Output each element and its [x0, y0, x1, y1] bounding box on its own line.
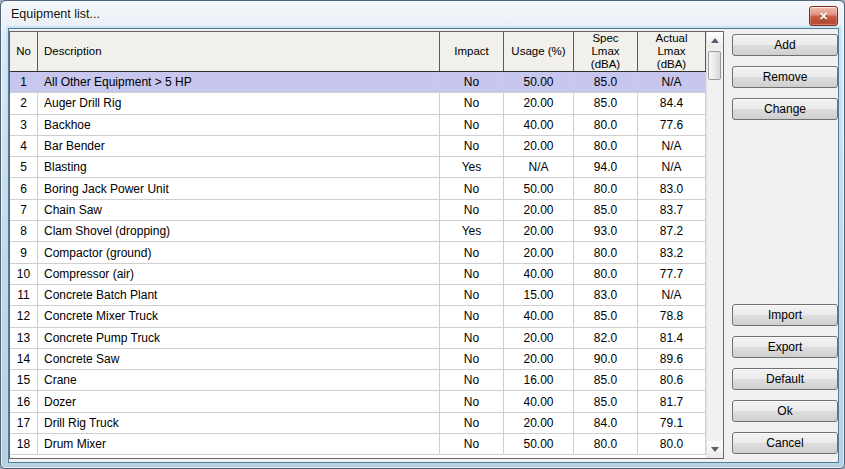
default-button[interactable]: Default — [732, 368, 838, 390]
ok-button[interactable]: Ok — [732, 400, 838, 422]
scrollbar-thumb[interactable] — [708, 51, 721, 80]
add-button[interactable]: Add — [732, 34, 838, 56]
table-row[interactable]: 7Chain SawNo20.0085.083.7 — [10, 200, 706, 221]
cell-spec_lmax: 85.0 — [574, 391, 638, 412]
cell-spec_lmax: 84.0 — [574, 413, 638, 434]
cell-impact: No — [440, 136, 504, 157]
cell-actual_lmax: 79.1 — [638, 413, 706, 434]
cell-description: Concrete Mixer Truck — [38, 306, 440, 327]
table-row[interactable]: 18Drum MixerNo50.0080.080.0 — [10, 434, 706, 455]
table-row[interactable]: 17Drill Rig TruckNo20.0084.079.1 — [10, 413, 706, 434]
cell-usage: 50.00 — [504, 178, 574, 199]
cell-spec_lmax: 90.0 — [574, 349, 638, 370]
cell-spec_lmax: 80.0 — [574, 178, 638, 199]
table-row[interactable]: 11Concrete Batch PlantNo15.0083.0N/A — [10, 285, 706, 306]
cell-no: 3 — [10, 115, 38, 136]
cell-usage: 40.00 — [504, 264, 574, 285]
cell-usage: 40.00 — [504, 115, 574, 136]
cell-impact: No — [440, 349, 504, 370]
cell-impact: No — [440, 285, 504, 306]
scroll-down-button[interactable] — [707, 441, 723, 458]
table-row[interactable]: 4Bar BenderNo20.0080.0N/A — [10, 136, 706, 157]
cell-description: Concrete Pump Truck — [38, 328, 440, 349]
export-button[interactable]: Export — [732, 336, 838, 358]
cell-usage: 40.00 — [504, 306, 574, 327]
cell-impact: No — [440, 264, 504, 285]
table-row[interactable]: 12Concrete Mixer TruckNo40.0085.078.8 — [10, 306, 706, 327]
column-header-description: Description — [38, 32, 440, 71]
cell-usage: 15.00 — [504, 285, 574, 306]
cell-description: Drill Rig Truck — [38, 413, 440, 434]
cell-no: 5 — [10, 157, 38, 178]
remove-button[interactable]: Remove — [732, 66, 838, 88]
cell-spec_lmax: 85.0 — [574, 370, 638, 391]
cell-impact: No — [440, 242, 504, 263]
cancel-button[interactable]: Cancel — [732, 432, 838, 454]
table-row[interactable]: 3BackhoeNo40.0080.077.6 — [10, 115, 706, 136]
cell-no: 10 — [10, 264, 38, 285]
cell-no: 14 — [10, 349, 38, 370]
cell-no: 18 — [10, 434, 38, 455]
cell-spec_lmax: 80.0 — [574, 264, 638, 285]
cell-actual_lmax: N/A — [638, 285, 706, 306]
title-bar[interactable]: Equipment list... × — [1, 1, 844, 28]
cell-description: Crane — [38, 370, 440, 391]
table-row[interactable]: 6Boring Jack Power UnitNo50.0080.083.0 — [10, 178, 706, 199]
cell-usage: 50.00 — [504, 72, 574, 93]
cell-actual_lmax: 83.2 — [638, 242, 706, 263]
cell-description: Backhoe — [38, 115, 440, 136]
cell-usage: 40.00 — [504, 391, 574, 412]
cell-usage: 20.00 — [504, 242, 574, 263]
cell-no: 8 — [10, 221, 38, 242]
scroll-up-button[interactable] — [707, 32, 723, 49]
cell-spec_lmax: 93.0 — [574, 221, 638, 242]
table-columns: NoDescriptionImpactUsage (%)Spec Lmax (d… — [10, 32, 706, 458]
change-button[interactable]: Change — [732, 98, 838, 120]
cell-actual_lmax: 81.7 — [638, 391, 706, 412]
table-row[interactable]: 2Auger Drill RigNo20.0085.084.4 — [10, 93, 706, 114]
table-row[interactable]: 8Clam Shovel (dropping)Yes20.0093.087.2 — [10, 221, 706, 242]
close-icon: × — [819, 9, 827, 23]
cell-usage: 16.00 — [504, 370, 574, 391]
cell-spec_lmax: 80.0 — [574, 242, 638, 263]
column-header-impact: Impact — [440, 32, 504, 71]
scroll-up-icon — [711, 38, 719, 43]
import-button[interactable]: Import — [732, 304, 838, 326]
vertical-scrollbar[interactable] — [706, 32, 723, 458]
cell-no: 17 — [10, 413, 38, 434]
table-row[interactable]: 9Compactor (ground)No20.0080.083.2 — [10, 242, 706, 263]
cell-description: Compactor (ground) — [38, 242, 440, 263]
equipment-list-dialog: Equipment list... × NoDescriptionImpactU… — [0, 0, 845, 469]
cell-usage: 20.00 — [504, 221, 574, 242]
cell-description: All Other Equipment > 5 HP — [38, 72, 440, 93]
cell-spec_lmax: 85.0 — [574, 72, 638, 93]
table-row[interactable]: 5BlastingYesN/A94.0N/A — [10, 157, 706, 178]
cell-spec_lmax: 80.0 — [574, 434, 638, 455]
table-row[interactable]: 10Compressor (air)No40.0080.077.7 — [10, 264, 706, 285]
cell-no: 7 — [10, 200, 38, 221]
cell-actual_lmax: 77.6 — [638, 115, 706, 136]
table-row[interactable]: 14Concrete SawNo20.0090.089.6 — [10, 349, 706, 370]
cell-description: Chain Saw — [38, 200, 440, 221]
close-button[interactable]: × — [809, 6, 838, 26]
table-row[interactable]: 13Concrete Pump TruckNo20.0082.081.4 — [10, 328, 706, 349]
table-row[interactable]: 15CraneNo16.0085.080.6 — [10, 370, 706, 391]
cell-spec_lmax: 94.0 — [574, 157, 638, 178]
cell-impact: No — [440, 93, 504, 114]
cell-description: Blasting — [38, 157, 440, 178]
table-row[interactable]: 16DozerNo40.0085.081.7 — [10, 391, 706, 412]
cell-spec_lmax: 83.0 — [574, 285, 638, 306]
cell-actual_lmax: N/A — [638, 72, 706, 93]
cell-description: Clam Shovel (dropping) — [38, 221, 440, 242]
cell-impact: No — [440, 178, 504, 199]
table-header-row: NoDescriptionImpactUsage (%)Spec Lmax (d… — [10, 32, 706, 72]
cell-usage: 20.00 — [504, 328, 574, 349]
cell-spec_lmax: 85.0 — [574, 93, 638, 114]
table-row[interactable]: 1All Other Equipment > 5 HPNo50.0085.0N/… — [10, 72, 706, 93]
cell-no: 2 — [10, 93, 38, 114]
cell-spec_lmax: 80.0 — [574, 136, 638, 157]
cell-impact: No — [440, 370, 504, 391]
cell-spec_lmax: 80.0 — [574, 115, 638, 136]
cell-usage: 20.00 — [504, 413, 574, 434]
cell-description: Concrete Batch Plant — [38, 285, 440, 306]
